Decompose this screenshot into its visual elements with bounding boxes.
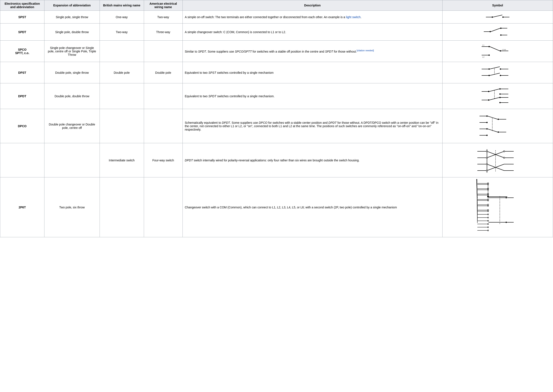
cell-abbr: DPST <box>0 62 44 83</box>
svg-point-13 <box>489 46 490 47</box>
svg-line-2 <box>493 15 502 17</box>
svg-point-81 <box>504 157 505 158</box>
cell-american: Three-way <box>144 23 182 41</box>
svg-point-108 <box>487 189 489 190</box>
cell-american: Double pole <box>144 62 182 83</box>
cell-american <box>144 177 182 237</box>
svg-point-38 <box>499 93 501 95</box>
cell-expansion: Two pole, six throw <box>44 177 100 237</box>
table-row: DPDTDouble pole, double throwEquivalent … <box>0 83 553 109</box>
svg-point-116 <box>487 211 489 212</box>
cell-british: Double pole <box>100 62 144 83</box>
cell-abbr <box>0 143 44 177</box>
cell-british <box>100 83 144 109</box>
svg-point-28 <box>489 75 490 76</box>
cell-abbr: SPCO SPTT, c.o. <box>0 41 44 62</box>
svg-point-77 <box>486 157 488 158</box>
cell-expansion: Double pole, single throw <box>44 62 100 83</box>
cell-abbr: SPST <box>0 11 44 23</box>
svg-point-49 <box>486 115 488 117</box>
svg-text:COM: COM <box>502 49 506 51</box>
cell-american <box>144 83 182 109</box>
svg-line-24 <box>490 67 500 69</box>
cell-symbol <box>442 109 553 143</box>
svg-text:L1: L1 <box>482 44 484 46</box>
header-col1: Electronics specification and abbreviati… <box>0 0 44 11</box>
description-link[interactable]: light switch <box>346 15 360 19</box>
cell-expansion: Single pole changeover or Single pole, c… <box>44 41 100 62</box>
svg-point-122 <box>487 214 489 215</box>
cell-american <box>144 41 182 62</box>
svg-point-124 <box>487 217 489 218</box>
svg-point-25 <box>500 68 501 70</box>
svg-line-29 <box>490 73 500 76</box>
cell-expansion: Single pole, double throw <box>44 23 100 41</box>
svg-point-8 <box>500 28 502 29</box>
svg-point-59 <box>486 135 488 136</box>
svg-line-7 <box>491 28 500 32</box>
cell-symbol <box>442 62 553 83</box>
cell-abbr: DPDT <box>0 83 44 109</box>
svg-point-79 <box>486 170 488 171</box>
svg-point-16 <box>489 55 490 56</box>
svg-line-14 <box>490 47 500 51</box>
table-row: SPSTSingle pole, single throwOne-wayTwo-… <box>0 11 553 23</box>
svg-point-23 <box>489 68 490 70</box>
cell-expansion: Double pole, double throw <box>44 83 100 109</box>
cell-american: Two-way <box>144 11 182 23</box>
header-col2: Expansion of abbreviation <box>44 0 100 11</box>
svg-point-60 <box>498 132 499 133</box>
cell-british: Two-way <box>100 23 144 41</box>
switches-table: Electronics specification and abbreviati… <box>0 0 553 237</box>
cell-expansion: Single pole, single throw <box>44 11 100 23</box>
svg-point-6 <box>490 31 491 32</box>
cell-description: DPDT switch internally wired for polarit… <box>182 143 442 177</box>
cell-british <box>100 177 144 237</box>
svg-point-1 <box>492 16 493 18</box>
svg-point-118 <box>505 197 507 198</box>
svg-point-10 <box>500 35 502 36</box>
table-row: SPDTSingle pole, double throwTwo-wayThre… <box>0 23 553 41</box>
svg-point-36 <box>499 88 501 90</box>
svg-point-130 <box>487 227 489 228</box>
cell-symbol <box>442 83 553 109</box>
svg-point-17 <box>500 50 501 51</box>
svg-point-126 <box>487 220 489 221</box>
svg-line-104 <box>477 179 477 223</box>
table-row: DPSTDouble pole, single throwDouble pole… <box>0 62 553 83</box>
cell-symbol <box>442 177 553 237</box>
svg-point-43 <box>499 97 501 98</box>
cell-symbol <box>442 143 553 177</box>
svg-point-112 <box>487 200 489 201</box>
svg-point-41 <box>488 99 489 101</box>
cell-expansion <box>44 143 100 177</box>
svg-point-114 <box>487 205 489 206</box>
cell-abbr: SPDT <box>0 23 44 41</box>
cell-description: A simple on-off switch: The two terminal… <box>182 11 442 23</box>
table-row: SPCO SPTT, c.o.Single pole changeover or… <box>0 41 553 62</box>
svg-point-132 <box>487 230 489 231</box>
svg-line-50 <box>488 116 498 119</box>
cell-description: Equivalent to two SPST switches controll… <box>182 62 442 83</box>
table-row: 2P6TTwo pole, six throwChangeover switch… <box>0 177 553 237</box>
table-row: DPCODouble pole changeover or Double pol… <box>0 109 553 143</box>
header-col6: Symbol <box>442 0 553 11</box>
cell-american: Four-way switch <box>144 143 182 177</box>
header-col5: Description <box>182 0 442 11</box>
cell-expansion: Double pole changeover or Double pole, c… <box>44 109 100 143</box>
cell-description: Changeover switch with a COM (Common), w… <box>182 177 442 237</box>
svg-point-78 <box>486 163 488 165</box>
cell-description: Similar to SPDT. Some suppliers use SPCO… <box>182 41 442 62</box>
cell-abbr: DPCO <box>0 109 44 143</box>
cell-american <box>144 109 182 143</box>
svg-point-110 <box>487 195 489 196</box>
svg-point-53 <box>498 119 499 120</box>
cell-british: One-way <box>100 11 144 23</box>
cell-description: Schematically equivalent to DPDT. Some s… <box>182 109 442 143</box>
cell-british: Intermediate switch <box>100 143 144 177</box>
svg-point-76 <box>486 151 488 152</box>
table-row: Intermediate switchFour-way switchDPDT s… <box>0 143 553 177</box>
cell-description: Equivalent to two SPDT switches controll… <box>182 83 442 109</box>
header-col4: American electrical wiring name <box>144 0 182 11</box>
cell-symbol: L1L2COM <box>442 41 553 62</box>
